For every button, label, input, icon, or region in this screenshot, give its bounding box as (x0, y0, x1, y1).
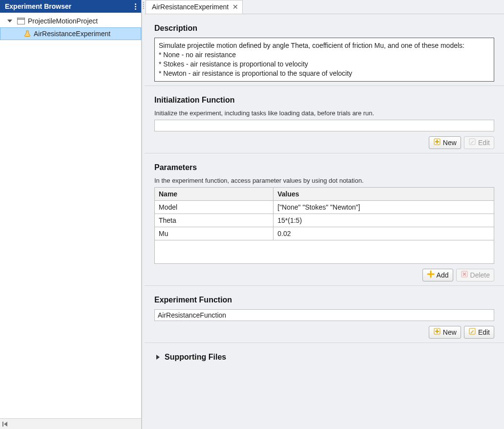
parameters-delete-label: Delete (470, 271, 490, 279)
section-parameters: Parameters In the experiment function, a… (145, 153, 504, 285)
parameters-delete-button: Delete (456, 269, 494, 281)
parameters-add-button[interactable]: Add (422, 269, 453, 281)
project-icon (17, 18, 25, 24)
close-icon[interactable]: ✕ (232, 3, 238, 11)
table-row[interactable]: Model ["None" "Stokes" "Newton"] (155, 200, 494, 214)
param-name[interactable]: Theta (155, 214, 273, 227)
experiment-browser-panel: Experiment Browser ProjectileMotionProje… (0, 0, 142, 429)
pencil-icon (468, 327, 476, 337)
description-textbox[interactable]: Simulate projectile motion defined by an… (154, 38, 494, 82)
table-row[interactable]: Theta 15*(1:5) (155, 214, 494, 227)
go-first-icon[interactable] (2, 421, 9, 428)
sidebar-footer (0, 418, 141, 429)
project-tree: ProjectileMotionProject AirResistanceExp… (0, 13, 141, 418)
initfn-new-button[interactable]: New (429, 136, 461, 149)
section-experiment-function: Experiment Function AirResistanceFunctio… (145, 285, 504, 343)
initfn-edit-label: Edit (478, 139, 490, 147)
project-label: ProjectileMotionProject (28, 17, 98, 25)
pencil-icon (468, 138, 476, 147)
parameters-help: In the experiment function, access param… (154, 177, 494, 184)
tab-label: AirResistanceExperiment (152, 3, 229, 11)
parameters-add-label: Add (437, 271, 449, 279)
experiment-browser-title: Experiment Browser (5, 2, 71, 10)
editor-area: AirResistanceExperiment ✕ Description Si… (145, 0, 504, 429)
expfn-new-label: New (443, 328, 457, 336)
expfn-input[interactable]: AirResistanceFunction (154, 309, 494, 321)
initfn-new-label: New (443, 139, 457, 147)
col-values[interactable]: Values (273, 187, 494, 200)
expfn-edit-button[interactable]: Edit (464, 326, 494, 339)
table-row-empty[interactable] (155, 240, 494, 263)
table-row[interactable]: Mu 0.02 (155, 227, 494, 240)
experiment-label: AirResistanceExperiment (34, 30, 110, 38)
col-name[interactable]: Name (155, 187, 273, 200)
param-values[interactable]: 15*(1:5) (273, 214, 494, 227)
initfn-input[interactable] (154, 120, 494, 131)
project-node[interactable]: ProjectileMotionProject (0, 15, 141, 27)
experiment-editor[interactable]: Description Simulate projectile motion d… (145, 14, 504, 429)
section-supporting-files[interactable]: Supporting Files (145, 343, 504, 373)
plus-icon (433, 327, 441, 337)
param-values[interactable]: 0.02 (273, 227, 494, 240)
description-heading: Description (154, 24, 494, 33)
section-initialization-function: Initialization Function Initialize the e… (145, 86, 504, 153)
delete-icon (461, 270, 468, 279)
expand-icon[interactable] (7, 20, 12, 22)
expfn-new-button[interactable]: New (429, 326, 461, 339)
experiment-node[interactable]: AirResistanceExperiment (0, 27, 141, 40)
supporting-heading: Supporting Files (165, 353, 226, 362)
experiment-browser-titlebar[interactable]: Experiment Browser (0, 0, 141, 13)
expfn-heading: Experiment Function (154, 296, 494, 304)
tab-airresistanceexperiment[interactable]: AirResistanceExperiment ✕ (146, 0, 243, 14)
section-description: Description Simulate projectile motion d… (145, 14, 504, 86)
initfn-help: Initialize the experiment, including tas… (154, 109, 494, 117)
expfn-edit-label: Edit (478, 328, 490, 336)
parameters-heading: Parameters (154, 163, 494, 172)
svg-rect-0 (18, 19, 25, 24)
initfn-edit-button: Edit (464, 136, 494, 149)
param-name[interactable]: Model (155, 200, 273, 214)
initfn-heading: Initialization Function (154, 96, 494, 105)
panel-options-icon[interactable] (134, 2, 137, 11)
parameters-table: Name Values Model ["None" "Stokes" "Newt… (154, 187, 494, 264)
svg-rect-2 (2, 422, 3, 427)
param-values[interactable]: ["None" "Stokes" "Newton"] (273, 200, 494, 214)
plus-icon (433, 138, 441, 147)
editor-tabbar: AirResistanceExperiment ✕ (145, 0, 504, 14)
add-icon (427, 270, 435, 279)
flask-icon (24, 30, 31, 37)
chevron-right-icon (156, 355, 160, 360)
param-name[interactable]: Mu (155, 227, 273, 240)
